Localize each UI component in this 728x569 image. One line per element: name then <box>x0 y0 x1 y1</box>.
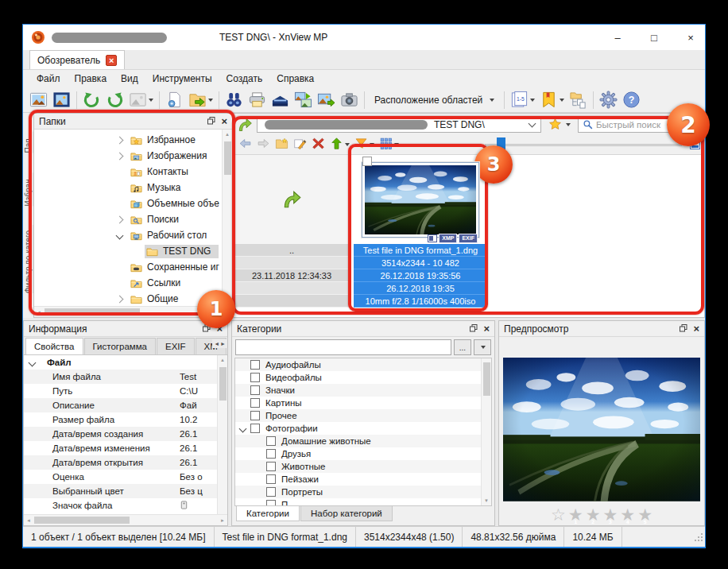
convert-button[interactable] <box>163 89 186 111</box>
info-tab[interactable]: Гистограмма <box>84 338 156 354</box>
category-row[interactable]: Фотографии <box>235 422 491 435</box>
category-checkbox[interactable] <box>250 360 260 370</box>
settings-button[interactable] <box>597 89 620 111</box>
tree-expander-icon[interactable] <box>116 231 124 239</box>
scroll-right-icon[interactable]: ► <box>220 518 225 523</box>
categories-vertical-scrollbar[interactable]: ▼ <box>481 358 491 505</box>
menu-item[interactable]: Правка <box>68 73 114 84</box>
category-row[interactable]: П <box>235 498 491 506</box>
file-item-row[interactable]: 26.12.2018 19:35:56 <box>354 269 487 282</box>
close-panel-icon[interactable]: × <box>216 324 223 334</box>
fullscreen-view-button[interactable] <box>50 89 73 111</box>
parent-item-row[interactable] <box>233 282 350 295</box>
go-up-button[interactable] <box>328 136 351 153</box>
info-tab[interactable]: EXIF <box>157 338 195 354</box>
address-combobox[interactable]: TEST DNG\ <box>257 116 541 133</box>
scroll-left-icon[interactable]: ◄ <box>26 518 31 523</box>
scrollbar-thumb[interactable] <box>483 362 490 396</box>
category-checkbox[interactable] <box>266 449 276 459</box>
tree-expander-icon[interactable] <box>116 136 124 144</box>
category-row[interactable]: Прочее <box>235 409 491 422</box>
docked-panel-tab[interactable]: Фильтр по катего... <box>24 225 33 293</box>
category-row[interactable]: Портреты <box>235 486 491 498</box>
search-input[interactable] <box>596 120 695 130</box>
category-tab[interactable]: Набор категорий <box>300 506 393 521</box>
category-checkbox[interactable] <box>250 373 260 382</box>
float-panel-icon[interactable] <box>680 323 687 335</box>
dng-file-item[interactable]: XMPEXIF Test file in DNG format_1.dng351… <box>354 155 487 308</box>
scroll-left-icon[interactable]: ◄ <box>37 310 41 315</box>
scroll-up-icon[interactable]: ▲ <box>225 132 230 137</box>
rating-star-icon[interactable]: ★3 <box>603 507 618 524</box>
scroll-down-icon[interactable]: ▼ <box>484 498 489 503</box>
folder-tree-item[interactable]: Сохраненные иг <box>34 259 232 275</box>
folders-horizontal-scrollbar[interactable]: ◄ <box>34 306 232 317</box>
tree-expander-icon[interactable] <box>116 215 124 223</box>
rating-star-icon[interactable]: ☆ <box>551 507 566 524</box>
category-checkbox[interactable] <box>250 411 260 420</box>
filter-button[interactable] <box>353 136 376 153</box>
folder-tree-item[interactable]: Объемные объе <box>34 195 232 211</box>
close-panel-icon[interactable]: × <box>483 324 490 334</box>
rotate-right-button[interactable] <box>103 89 126 111</box>
combo-dropdown-icon[interactable] <box>529 119 536 127</box>
folder-tree-item[interactable]: TEST DNG <box>34 243 232 259</box>
category-row[interactable]: Домашние животные <box>235 435 491 447</box>
file-item-row[interactable]: Test file in DNG format_1.dng <box>354 244 487 257</box>
scrollbar-thumb[interactable] <box>224 141 231 175</box>
info-vertical-scrollbar[interactable]: ▲ <box>217 355 227 514</box>
category-row[interactable]: Аудиофайлы <box>235 358 491 371</box>
category-browse-button[interactable]: ... <box>454 339 471 355</box>
compact-panel-icon[interactable] <box>690 141 700 149</box>
print-button[interactable] <box>246 89 269 111</box>
close-button[interactable]: × <box>684 32 697 44</box>
thumbnail-labels-button[interactable]: 1-5 <box>508 89 537 111</box>
delete-button[interactable] <box>310 136 327 153</box>
category-checkbox[interactable] <box>266 462 276 471</box>
capture-button[interactable] <box>338 89 361 111</box>
category-dropdown-button[interactable] <box>474 339 491 355</box>
folder-tree-item[interactable]: Ссылки <box>34 275 232 291</box>
tab-browser[interactable]: Обозреватель × <box>29 50 125 69</box>
rename-button[interactable] <box>292 136 308 153</box>
category-row[interactable]: Животные <box>235 460 491 473</box>
property-group-row[interactable]: Изображение <box>24 513 227 514</box>
batch-convert-button[interactable] <box>292 89 315 111</box>
scan-button[interactable] <box>269 89 292 111</box>
parent-item-row[interactable]: 23.11.2018 12:34:33 <box>233 269 350 282</box>
folders-vertical-scrollbar[interactable]: ▲ <box>222 130 232 306</box>
group-expander-icon[interactable] <box>29 358 37 366</box>
category-checkbox[interactable] <box>266 474 276 484</box>
menu-item[interactable]: Справка <box>269 73 321 84</box>
category-tab[interactable]: Категории <box>236 506 300 521</box>
category-checkbox[interactable] <box>250 424 260 433</box>
parent-folder-item[interactable]: ..23.11.2018 12:34:33 <box>233 155 350 308</box>
close-panel-icon[interactable]: × <box>693 324 699 334</box>
docked-panel-tab[interactable]: Пап... <box>24 132 33 153</box>
help-button[interactable]: ? <box>620 89 643 111</box>
maximize-button[interactable]: □ <box>648 32 660 44</box>
batch-rename-button[interactable] <box>315 89 338 111</box>
layout-areas-button[interactable]: Расположение областей <box>368 95 501 106</box>
thumbnail-image[interactable] <box>362 162 479 238</box>
docked-panel-tab[interactable]: Избран... <box>24 172 33 206</box>
slider-handle[interactable] <box>497 137 505 153</box>
folder-tree-item[interactable]: Изображения <box>34 148 232 164</box>
go-up-icon[interactable] <box>237 117 253 133</box>
tab-next-icon[interactable]: ► <box>220 341 226 346</box>
close-panel-icon[interactable]: × <box>221 117 227 126</box>
scrollbar-thumb[interactable] <box>34 517 130 524</box>
file-item-row[interactable]: 10mm f/2.8 1/16000s 400iso <box>354 295 487 308</box>
favorites-button[interactable] <box>545 118 574 131</box>
category-row[interactable]: Пейзажи <box>235 473 491 486</box>
info-horizontal-scrollbar[interactable]: ◄ ► <box>24 514 227 525</box>
export-button[interactable] <box>186 89 215 111</box>
category-filter-input[interactable] <box>235 339 451 355</box>
scrollbar-thumb[interactable] <box>45 308 140 315</box>
category-row[interactable]: Картины <box>235 397 491 409</box>
file-checkbox[interactable] <box>362 157 372 166</box>
info-tab[interactable]: Свойства <box>25 338 83 354</box>
float-panel-icon[interactable] <box>470 323 478 335</box>
file-item-row[interactable]: 26.12.2018 19:35 <box>354 282 487 295</box>
category-checkbox[interactable] <box>266 500 276 506</box>
